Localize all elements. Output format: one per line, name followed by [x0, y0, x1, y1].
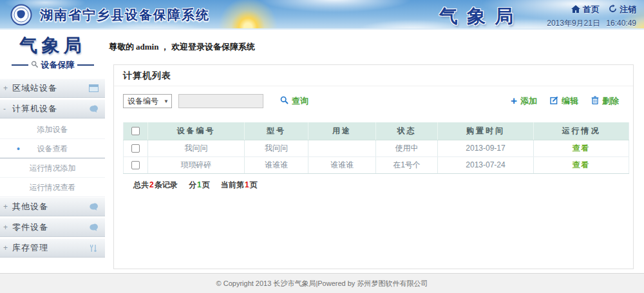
sidebar-item-label: 库存管理: [10, 242, 88, 254]
greeting-prefix: 尊敬的: [109, 42, 134, 52]
col-header-purchase-date: 购置时间: [438, 122, 534, 140]
row-checkbox[interactable]: [131, 144, 140, 153]
pagination: 总共2条记录 分1页 当前第1页: [133, 180, 615, 191]
logout-icon: [609, 5, 617, 15]
delete-button-label: 删除: [602, 95, 619, 107]
pagination-text: 页: [202, 180, 210, 189]
delete-button[interactable]: 删除: [591, 95, 619, 107]
sidebar-item-label: 计算机设备: [10, 103, 88, 115]
edit-button[interactable]: 编辑: [550, 95, 578, 107]
view-link[interactable]: 查看: [573, 144, 591, 153]
sidebar-item-label: 零件设备: [10, 222, 88, 233]
pagination-text: 条记录: [155, 180, 178, 189]
col-header-status: 状态: [376, 122, 438, 140]
search-input[interactable]: [178, 94, 263, 108]
cell-purchase-date: 2013-09-17: [438, 140, 534, 156]
total-pages-count: 1: [196, 180, 202, 189]
sidebar-logo: 气象局 设备保障: [0, 31, 105, 75]
submenu-item-add-status[interactable]: 运行情况添加: [0, 158, 105, 178]
cell-usage: 谁谁谁: [308, 156, 376, 173]
main-content: 尊敬的admin， 欢迎登录设备保障系统 计算机列表 设备编号 ▼ 查询: [105, 31, 644, 273]
pagination-text: 总共: [133, 180, 149, 189]
logout-link[interactable]: 注销: [609, 4, 636, 15]
chevron-down-icon: ▼: [164, 99, 169, 104]
submenu-item-view-status[interactable]: 运行情况查看: [0, 178, 105, 197]
expand-plus-icon: +: [3, 202, 10, 211]
system-title: 湖南省宁乡县设备保障系统: [40, 6, 210, 24]
select-all-checkbox[interactable]: [131, 127, 140, 135]
datetime: 2013年9月21日 16:40:49: [543, 18, 636, 29]
cell-usage: [308, 140, 376, 156]
sidebar-logo-subtitle: 设备保障: [41, 59, 75, 71]
sidebar-item-computer[interactable]: - 计算机设备: [0, 99, 105, 118]
sidebar-item-inventory[interactable]: + 库存管理: [0, 238, 105, 258]
table-row: 我问问 我问问 使用中 2013-09-17 查看: [124, 140, 629, 156]
window-icon: [88, 84, 99, 93]
sidebar: 气象局 设备保障 + 区域站设备 - 计算机设备: [0, 31, 105, 273]
current-page-number: 1: [244, 180, 250, 189]
plus-icon: +: [511, 97, 517, 106]
sidebar-item-other-devices[interactable]: + 其他设备: [0, 197, 105, 216]
sidebar-item-label: 区域站设备: [10, 82, 88, 94]
cell-device-no: 我问问: [148, 140, 245, 156]
copyright-text: © Copyright 2013 长沙市气象局|Powered by 苏州梦图软…: [216, 279, 428, 288]
sidebar-item-parts[interactable]: + 零件设备: [0, 218, 105, 237]
cell-purchase-date: 2013-07-24: [438, 156, 534, 173]
top-header: 湖南省宁乡县设备保障系统 气象局 首页 注销 2013年9月21日: [0, 0, 644, 30]
sidebar-logo-title: 气象局: [0, 31, 105, 58]
username: admin: [134, 42, 160, 52]
submenu-label: 运行情况添加: [30, 164, 76, 173]
divider-line: [12, 64, 28, 66]
active-bullet-icon: •: [17, 139, 20, 158]
search-field-select[interactable]: 设备编号 ▼: [123, 94, 172, 108]
col-header-device-no: 设备编号: [148, 122, 245, 140]
table-row: 琐琐碎碎 谁谁谁 谁谁谁 在1号个 2013-07-24 查看: [124, 156, 629, 173]
greeting-suffix: ， 欢迎登录设备保障系统: [160, 42, 255, 52]
current-date: 2013年9月21日: [547, 19, 600, 28]
add-button-label: 添加: [520, 95, 537, 107]
edit-icon: [550, 96, 558, 106]
view-link[interactable]: 查看: [573, 160, 591, 169]
submenu-label: 设备查看: [37, 144, 68, 153]
trash-icon: [591, 96, 599, 106]
cell-status: 在1号个: [376, 156, 438, 173]
panel-title: 计算机列表: [114, 65, 633, 86]
cell-model: 谁谁谁: [245, 156, 308, 173]
col-header-usage: 用途: [308, 122, 376, 140]
expand-plus-icon: +: [3, 243, 10, 252]
page: 湖南省宁乡县设备保障系统 气象局 首页 注销 2013年9月21日: [0, 0, 644, 293]
bureau-logo-icon: [10, 4, 32, 26]
computer-list-panel: 计算机列表 设备编号 ▼ 查询 + 添加: [113, 64, 634, 269]
submenu-label: 运行情况查看: [30, 183, 76, 192]
expand-plus-icon: +: [3, 223, 10, 232]
footer: © Copyright 2013 长沙市气象局|Powered by 苏州梦图软…: [0, 273, 644, 293]
table-header-row: 设备编号 型号 用途 状态 购置时间 运行情况: [124, 122, 629, 140]
submenu-item-view-device[interactable]: • 设备查看: [0, 139, 105, 158]
query-button-label: 查询: [292, 95, 308, 107]
home-icon: [571, 5, 580, 15]
chat-icon: [88, 223, 99, 232]
welcome-message: 尊敬的admin， 欢迎登录设备保障系统: [105, 31, 644, 53]
submenu-item-add-device[interactable]: 添加设备: [0, 120, 105, 139]
query-button[interactable]: 查询: [280, 95, 308, 107]
pagination-text: 分: [189, 180, 196, 189]
cell-status: 使用中: [376, 140, 438, 156]
edit-button-label: 编辑: [562, 95, 578, 107]
home-link[interactable]: 首页: [571, 4, 600, 15]
table-actions: + 添加 编辑 删除: [511, 95, 624, 107]
chat-icon: [88, 202, 99, 211]
pagination-text: 页: [250, 180, 258, 189]
chat-icon: [88, 104, 99, 113]
device-table-wrap: 设备编号 型号 用途 状态 购置时间 运行情况 我问问 我问问: [123, 122, 624, 191]
add-button[interactable]: + 添加: [511, 95, 537, 107]
col-header-model: 型号: [245, 122, 308, 140]
row-checkbox[interactable]: [131, 161, 140, 169]
computer-submenu: 添加设备 • 设备查看 运行情况添加 运行情况查看: [0, 120, 105, 197]
magnifier-icon: [31, 59, 39, 71]
divider-line: [77, 64, 94, 66]
cell-model: 我问问: [245, 140, 308, 156]
collapse-minus-icon: -: [3, 104, 10, 113]
total-records-count: 2: [149, 180, 155, 189]
device-table: 设备编号 型号 用途 状态 购置时间 运行情况 我问问 我问问: [123, 122, 629, 174]
sidebar-item-region-station[interactable]: + 区域站设备: [0, 79, 105, 98]
